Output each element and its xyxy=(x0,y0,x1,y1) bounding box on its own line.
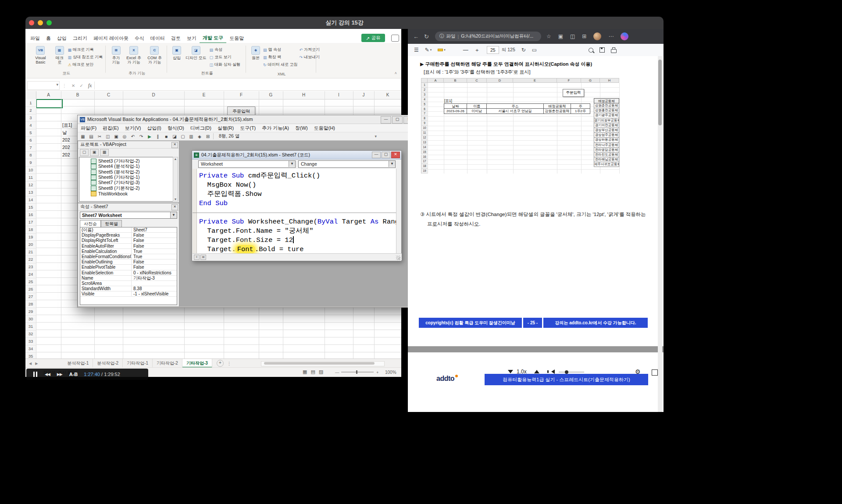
column-header-D[interactable]: D xyxy=(123,91,185,99)
row-header-21[interactable]: 21 xyxy=(25,248,36,256)
collapse-ribbon-icon[interactable]: ˄ xyxy=(395,71,397,75)
enter-icon[interactable]: ✓ xyxy=(79,83,83,88)
sheet-nav-right-icon[interactable]: ▶ xyxy=(35,362,38,366)
map-properties-button[interactable]: ▤맵 속성 xyxy=(263,46,298,53)
ribbon-tab-그리기[interactable]: 그리기 xyxy=(70,34,90,43)
row-header-2[interactable]: 2 xyxy=(25,106,36,114)
volume-icon[interactable] xyxy=(549,369,555,374)
row-header-15[interactable]: 15 xyxy=(25,203,36,211)
run-icon[interactable]: ▶ xyxy=(146,133,153,140)
expansion-packs-button[interactable]: ▥확장 팩 xyxy=(263,54,298,60)
scroll-down-icon[interactable]: ▼ xyxy=(173,198,178,201)
row-header-25[interactable]: 25 xyxy=(25,278,36,286)
view-excel-icon[interactable]: ▦ xyxy=(79,133,86,140)
pause-button[interactable] xyxy=(32,372,38,377)
row-header-35[interactable]: 35 xyxy=(25,352,36,358)
zoom-slider-thumb[interactable] xyxy=(356,370,357,374)
row-header-3[interactable]: 3 xyxy=(25,114,36,122)
row-header-7[interactable]: 7 xyxy=(25,144,36,152)
formula-bar-splitter[interactable]: ⋮ xyxy=(62,83,67,88)
favorites-icon[interactable]: ☆ xyxy=(546,33,551,39)
row-header-19[interactable]: 19 xyxy=(25,233,36,241)
forward-icon[interactable]: ▶▶ xyxy=(57,372,62,376)
vba-maximize-button[interactable]: ▢ xyxy=(392,116,403,124)
property-row-EnablePivotTable[interactable]: EnablePivotTableFalse xyxy=(80,265,177,270)
row-header-12[interactable]: 12 xyxy=(25,181,36,189)
object-browser-icon[interactable]: ◈ xyxy=(196,133,203,140)
sheet-tab-기타작업-2[interactable]: 기타작업-2 xyxy=(153,359,182,368)
settings-gear-icon[interactable]: ⚙ xyxy=(635,368,641,375)
project-item-Sheet4 (분석작업-1)[interactable]: Sheet4 (분석작업-1) xyxy=(79,164,173,169)
addins-button[interactable]: ⊞ 추가 기능 xyxy=(110,45,122,65)
column-header-H[interactable]: H xyxy=(283,91,325,99)
profile-avatar[interactable] xyxy=(593,32,601,40)
dropdown-arrow-icon[interactable]: ▼ xyxy=(170,212,177,218)
select-all-corner[interactable] xyxy=(25,91,36,99)
import-button[interactable]: ↶가져오기 xyxy=(300,46,320,53)
vba-menu-디버그(D)[interactable]: 디버그(D) xyxy=(187,125,214,131)
vba-menu-창(W)[interactable]: 창(W) xyxy=(292,125,311,131)
row-header-29[interactable]: 29 xyxy=(25,308,36,316)
sheet-tabs-more-icon[interactable]: ⋮ xyxy=(227,361,232,366)
row-header-23[interactable]: 23 xyxy=(25,263,36,271)
row-header-32[interactable]: 32 xyxy=(25,330,36,338)
row-header-17[interactable]: 17 xyxy=(25,218,36,226)
name-box[interactable]: ▾ xyxy=(27,81,60,90)
excel-addins-button[interactable]: X Excel 추가 기능 xyxy=(124,45,143,65)
view-code-icon[interactable]: ▢ xyxy=(80,149,89,156)
toc-icon[interactable]: ☰ xyxy=(414,47,419,53)
zoom-in-icon[interactable]: ＋ xyxy=(475,46,480,54)
properties-window-icon[interactable]: ▥ xyxy=(188,133,195,140)
code-line[interactable]: MsgBox Now() xyxy=(199,181,397,190)
code-minimize-button[interactable]: — xyxy=(372,152,381,158)
row-header-34[interactable]: 34 xyxy=(25,345,36,353)
sheet-tab-기타작업-3[interactable]: 기타작업-3 xyxy=(182,359,212,368)
highlighter-icon[interactable]: ▾ xyxy=(438,48,446,52)
vba-menu-실행(R)[interactable]: 실행(R) xyxy=(214,125,237,131)
row-header-18[interactable]: 18 xyxy=(25,226,36,234)
column-header-I[interactable]: I xyxy=(325,91,353,99)
vba-menu-추가 기능(A)[interactable]: 추가 기능(A) xyxy=(259,125,292,131)
sheet-nav-left-icon[interactable]: ◀ xyxy=(29,362,32,366)
fit-page-icon[interactable]: ▭ xyxy=(532,47,537,53)
horizontal-scrollbar-thumb[interactable] xyxy=(264,362,375,365)
ribbon-tab-삽입[interactable]: 삽입 xyxy=(54,34,70,43)
row-header-8[interactable]: 8 xyxy=(25,151,36,159)
project-item-Sheet8 (기본작업-2)[interactable]: Sheet8 (기본작업-2) xyxy=(79,185,173,191)
speed-down-icon[interactable] xyxy=(508,370,513,373)
code-line[interactable]: Private Sub cmd주문입력_Click() xyxy=(199,171,397,181)
volume-slider-thumb[interactable] xyxy=(565,370,568,374)
property-row-ScrollArea[interactable]: ScrollArea xyxy=(80,281,177,286)
formula-input[interactable] xyxy=(94,82,400,89)
page-info-icon[interactable]: ⓘ xyxy=(439,33,444,39)
project-panel-close-icon[interactable]: ✕ xyxy=(171,142,178,148)
playback-speed[interactable]: 1.0x xyxy=(517,369,527,375)
row-header-10[interactable]: 10 xyxy=(25,166,36,174)
add-sheet-button[interactable]: + xyxy=(217,360,224,367)
scroll-up-icon[interactable]: ▲ xyxy=(173,157,178,160)
undo-icon[interactable]: ↶ xyxy=(129,133,136,140)
property-row-EnableAutoFilter[interactable]: EnableAutoFilterFalse xyxy=(80,244,177,249)
row-header-16[interactable]: 16 xyxy=(25,211,36,219)
save-icon[interactable]: ▤ xyxy=(88,133,95,140)
property-row-EnableSelection[interactable]: EnableSelection0 - xlNoRestrictions xyxy=(80,270,177,276)
order-input-sheet-button[interactable]: 주문입력 xyxy=(227,106,255,116)
row-header-26[interactable]: 26 xyxy=(25,285,36,293)
view-code-button[interactable]: ▢코드 보기 xyxy=(210,54,241,60)
ribbon-tab-검토[interactable]: 검토 xyxy=(168,34,184,43)
row-header-33[interactable]: 33 xyxy=(25,337,36,345)
project-panel-header[interactable]: 프로젝트 - VBAProject ✕ xyxy=(78,141,179,149)
resize-grip[interactable] xyxy=(396,256,400,260)
design-mode-button[interactable]: ◪ 디자인 모드 xyxy=(184,45,208,68)
row-header-20[interactable]: 20 xyxy=(25,241,36,248)
zoom-out-icon[interactable]: — xyxy=(335,370,339,375)
vba-minimize-button[interactable]: — xyxy=(381,116,391,124)
project-explorer-icon[interactable]: ▢ xyxy=(179,133,186,140)
row-header-9[interactable]: 9 xyxy=(25,159,36,167)
view-object-icon[interactable]: ▣ xyxy=(90,149,99,156)
procedure-view-icon[interactable]: ≡ xyxy=(194,255,200,260)
collections-icon[interactable]: ▣ xyxy=(558,33,563,39)
property-row-Visible[interactable]: Visible-1 - xlSheetVisible xyxy=(80,291,177,297)
com-addins-button[interactable]: C COM 추가 기능 xyxy=(145,45,164,65)
column-header-F[interactable]: F xyxy=(224,91,259,99)
